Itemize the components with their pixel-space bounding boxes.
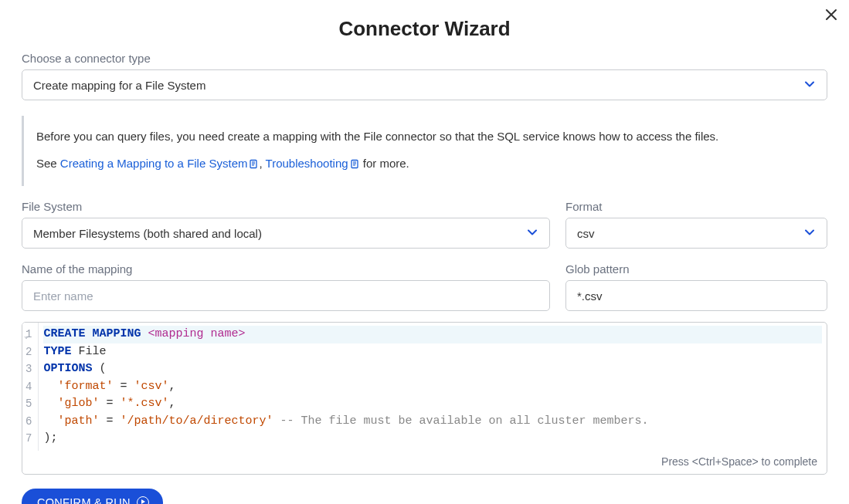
link-troubleshooting[interactable]: Troubleshooting [266,157,360,170]
format-select[interactable]: csv [565,218,827,249]
file-system-label: File System [22,200,550,213]
file-system-value: Member Filesystems (both shared and loca… [33,227,262,240]
external-doc-icon [249,157,259,174]
line-number: 7 [25,430,33,448]
connector-type-select[interactable]: Create mapping for a File System [22,69,827,100]
link-creating-mapping[interactable]: Creating a Mapping to a File System [60,157,260,170]
confirm-run-label: CONFIRM & RUN [37,496,131,505]
info-suffix: for more. [360,157,409,170]
file-system-select[interactable]: Member Filesystems (both shared and loca… [22,218,550,249]
confirm-run-button[interactable]: CONFIRM & RUN [22,489,163,505]
sql-editor[interactable]: ⌄ 1 2 3 4 5 6 7 CREATE MAPPING <mapping … [22,322,827,475]
info-comma: , [259,157,265,170]
format-label: Format [565,200,827,213]
chevron-down-icon [803,78,816,93]
link-creating-mapping-label: Creating a Mapping to a File System [60,157,248,170]
connector-type-value: Create mapping for a File System [33,79,205,92]
info-box: Before you can query files, you need cre… [22,116,827,186]
format-value: csv [577,227,595,240]
glob-label: Glob pattern [565,262,827,276]
line-number: 6 [25,413,33,431]
info-see-prefix: See [36,157,60,170]
info-text-2: See Creating a Mapping to a File System,… [36,155,815,174]
editor-hint: Press <Ctrl+Space> to complete [22,451,827,474]
line-number: 4 [25,378,33,396]
info-text-1: Before you can query files, you need cre… [36,128,815,146]
code-area[interactable]: CREATE MAPPING <mapping name>TYPE FileOP… [39,323,827,451]
line-number: 2 [25,343,33,361]
editor-gutter: ⌄ 1 2 3 4 5 6 7 [22,323,39,451]
mapping-name-label: Name of the mapping [22,262,550,276]
external-doc-icon [350,157,360,174]
close-icon[interactable] [824,8,838,25]
link-troubleshooting-label: Troubleshooting [266,157,348,170]
mapping-name-input[interactable] [22,280,550,311]
chevron-down-icon [803,226,816,241]
line-number: 5 [25,395,33,413]
chevron-down-icon [526,226,538,241]
page-title: Connector Wizard [22,17,827,41]
play-icon [137,496,149,505]
wizard-container: Connector Wizard Choose a connector type… [0,0,849,504]
connector-type-label: Choose a connector type [22,52,827,65]
fold-icon[interactable]: ⌄ [24,328,29,346]
glob-input[interactable] [565,280,827,311]
line-number: 3 [25,360,33,378]
